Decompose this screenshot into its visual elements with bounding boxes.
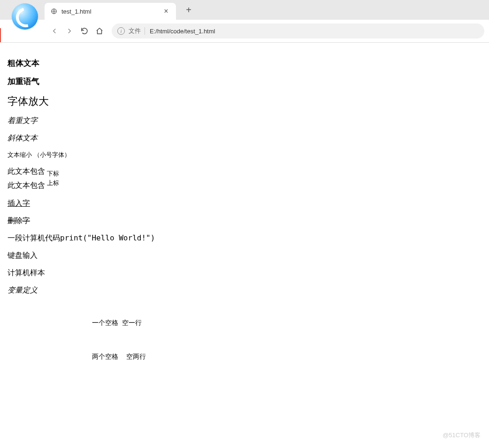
subscript-text: 下标 [47, 170, 59, 177]
browser-logo-wrap [0, 0, 45, 20]
strong-text: 加重语气 [8, 76, 481, 87]
pre-line1: 一个空格 空一行 [92, 319, 142, 326]
back-button[interactable] [47, 23, 62, 39]
tab-active[interactable]: test_1.html × [45, 3, 176, 20]
superscript-prefix: 此文本包含 [8, 182, 45, 190]
reload-button[interactable] [77, 23, 92, 39]
small-main: 文本缩小 [8, 151, 32, 158]
globe-icon [50, 8, 58, 15]
delete-text: 删除字 [8, 216, 30, 224]
tab-bar: test_1.html × + [0, 0, 489, 20]
code-prefix: 一段计算机代码 [8, 234, 60, 242]
bold-text: 粗体文本 [8, 58, 481, 69]
big-text: 字体放大 [8, 94, 481, 108]
code-line: 一段计算机代码print("Hello World!") [8, 233, 481, 243]
superscript-text: 上标 [47, 179, 59, 186]
page-content: 粗体文本 加重语气 字体放大 着重文字 斜体文本 文本缩小 （小号字体） 此文本… [0, 43, 489, 373]
watermark: @51CTO博客 [443, 431, 481, 440]
new-tab-button[interactable]: + [182, 3, 196, 17]
emphasis-text: 着重文字 [8, 116, 481, 126]
var-text: 变量定义 [8, 286, 38, 294]
kbd-line: 键盘输入 [8, 251, 481, 261]
delete-line: 删除字 [8, 216, 481, 226]
tab-title: test_1.html [61, 8, 158, 15]
pre-block: 一个空格 空一行 两个空格 空两行 [92, 314, 481, 365]
address-file-label: 文件 [129, 27, 141, 35]
window-edge-indicator [0, 28, 1, 42]
insert-text: 插入字 [8, 199, 30, 207]
browser-logo-icon [12, 3, 38, 30]
address-divider [145, 27, 145, 35]
var-line: 变量定义 [8, 286, 481, 295]
pre-line2: 两个空格 空两行 [92, 353, 146, 360]
tab-close-button[interactable]: × [162, 7, 170, 15]
insert-line: 插入字 [8, 199, 481, 209]
address-bar[interactable]: i 文件 E:/html/code/test_1.html [112, 23, 484, 39]
forward-button[interactable] [62, 23, 77, 39]
kbd-text: 键盘输入 [8, 251, 38, 260]
toolbar: i 文件 E:/html/code/test_1.html [0, 20, 489, 42]
subscript-line: 此文本包含 下标 [8, 167, 481, 178]
superscript-line: 此文本包含 上标 [8, 179, 481, 191]
samp-text: 计算机样本 [8, 268, 45, 277]
samp-line: 计算机样本 [8, 268, 481, 278]
small-text: 文本缩小 （小号字体） [8, 151, 481, 159]
code-text: print("Hello World!") [60, 233, 155, 242]
browser-chrome: test_1.html × + i 文件 E:/html/code/test_1… [0, 0, 489, 43]
subscript-prefix: 此文本包含 [8, 167, 45, 175]
address-url: E:/html/code/test_1.html [150, 28, 215, 35]
home-button[interactable] [92, 23, 107, 39]
info-icon[interactable]: i [117, 27, 125, 35]
italic-text: 斜体文本 [8, 133, 481, 143]
small-note: （小号字体） [34, 151, 70, 158]
